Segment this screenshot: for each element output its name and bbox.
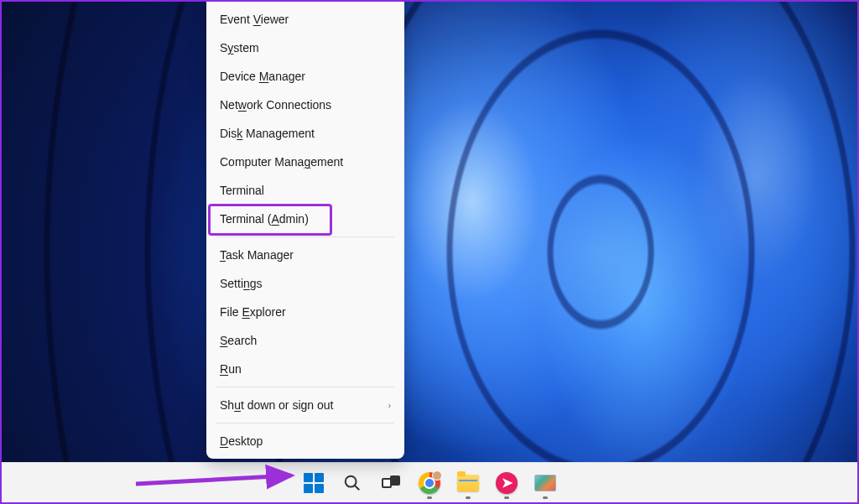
svg-point-1: [346, 475, 357, 486]
search-icon: [343, 474, 362, 492]
running-indicator: [427, 496, 432, 499]
running-indicator: [543, 496, 548, 499]
menu-item-label: Terminal: [220, 184, 264, 197]
menu-separator: [216, 236, 394, 237]
menu-item-file-explorer[interactable]: File Explorer: [210, 298, 401, 326]
running-indicator: [504, 496, 509, 499]
round-app-icon: ➤: [496, 472, 518, 494]
profile-badge-icon: [432, 470, 442, 481]
menu-item-event-viewer[interactable]: Event Viewer: [210, 5, 401, 34]
menu-separator: [216, 423, 394, 423]
menu-item-shut-down[interactable]: Shut down or sign out›: [210, 391, 401, 419]
menu-item-label: Desktop: [220, 434, 263, 448]
svg-line-2: [355, 485, 360, 490]
menu-item-label: System: [220, 41, 259, 55]
windows-logo-icon: [304, 473, 324, 493]
menu-item-network-connections[interactable]: Network Connections: [210, 91, 401, 119]
menu-separator: [216, 387, 394, 387]
settings-app-icon: [534, 475, 556, 491]
chevron-right-icon: ›: [388, 401, 391, 410]
menu-item-run[interactable]: Run: [210, 355, 401, 383]
taskbar-app-settings-tool[interactable]: [528, 465, 563, 501]
taskbar-chrome[interactable]: [412, 465, 447, 501]
taskbar: ➤: [2, 462, 857, 502]
menu-item-search[interactable]: Search: [210, 326, 401, 355]
menu-item-label: Disk Management: [220, 127, 315, 140]
menu-item-label: Shut down or sign out: [220, 398, 333, 412]
menu-item-settings[interactable]: Settings: [210, 269, 401, 298]
menu-item-desktop[interactable]: Desktop: [210, 427, 401, 455]
menu-item-terminal-admin[interactable]: Terminal (Admin): [210, 205, 401, 233]
menu-item-label: Event Viewer: [220, 13, 289, 26]
menu-item-label: Search: [220, 334, 257, 347]
menu-item-label: Run: [220, 362, 242, 376]
menu-item-label: Device Manager: [220, 70, 305, 83]
menu-item-system[interactable]: System: [210, 34, 401, 62]
menu-item-label: Computer Management: [220, 155, 343, 169]
start-button[interactable]: [296, 465, 331, 501]
menu-item-disk-management[interactable]: Disk Management: [210, 119, 401, 148]
menu-item-label: Terminal (Admin): [220, 212, 309, 226]
folder-icon: [457, 475, 479, 491]
menu-item-device-manager[interactable]: Device Manager: [210, 62, 401, 91]
running-indicator: [466, 496, 471, 499]
task-view-icon: [382, 475, 400, 491]
menu-item-label: Task Manager: [220, 248, 294, 262]
menu-item-computer-management[interactable]: Computer Management: [210, 148, 401, 176]
chrome-icon: [419, 472, 440, 494]
menu-item-task-manager[interactable]: Task Manager: [210, 241, 401, 269]
taskbar-app-round[interactable]: ➤: [489, 465, 524, 501]
task-view-button[interactable]: [373, 465, 409, 501]
desktop-wallpaper: [2, 2, 857, 502]
taskbar-search-button[interactable]: [335, 465, 370, 501]
taskbar-file-explorer[interactable]: [450, 465, 486, 501]
winx-context-menu: Event ViewerSystemDevice ManagerNetwork …: [206, 2, 404, 459]
menu-item-label: File Explorer: [220, 305, 286, 319]
menu-item-label: Settings: [220, 277, 263, 290]
menu-item-terminal[interactable]: Terminal: [210, 176, 401, 205]
menu-item-label: Network Connections: [220, 98, 331, 112]
